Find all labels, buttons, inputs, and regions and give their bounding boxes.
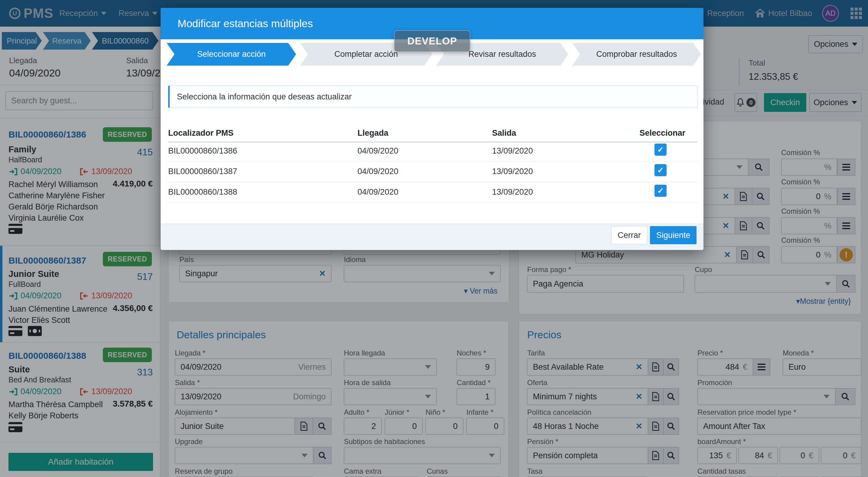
wizard-step-1[interactable]: Seleccionar acción xyxy=(167,43,296,66)
table-row-locator: BIL00000860/1388 xyxy=(168,187,237,197)
divider xyxy=(168,182,698,182)
col-header-select: Seleccionar xyxy=(610,128,685,138)
row-select-checkbox[interactable] xyxy=(654,144,666,156)
row-select-checkbox[interactable] xyxy=(654,164,666,176)
table-row-arrival: 04/09/2020 xyxy=(358,187,398,197)
divider xyxy=(168,161,698,162)
instruction-box: Selecciona la información que deseas act… xyxy=(168,86,698,108)
row-select-checkbox[interactable] xyxy=(654,185,666,197)
pms-app: U PMS Recepción Reserva Reception Hotel … xyxy=(0,0,868,477)
table-row-locator: BIL00000860/1387 xyxy=(168,167,237,176)
table-row-arrival: 04/09/2020 xyxy=(358,146,398,156)
col-header-locator: Localizador PMS xyxy=(168,128,234,138)
table-row-departure: 13/09/2020 xyxy=(492,146,533,156)
table-row-arrival: 04/09/2020 xyxy=(358,167,398,176)
close-button[interactable]: Cerrar xyxy=(611,226,647,244)
divider xyxy=(168,202,698,203)
table-row-departure: 13/09/2020 xyxy=(492,187,533,197)
table-row-locator: BIL00000860/1386 xyxy=(168,146,237,156)
divider xyxy=(168,142,698,142)
table-row-departure: 13/09/2020 xyxy=(492,167,533,176)
col-header-departure: Salida xyxy=(492,128,516,138)
develop-environment-badge: DEVELOP xyxy=(394,30,470,52)
modal-title: Modificar estancias múltiples xyxy=(178,18,313,30)
wizard-step-4[interactable]: Comprobar resultados xyxy=(572,43,701,66)
col-header-arrival: Llegada xyxy=(358,128,388,138)
next-button[interactable]: Siguiente xyxy=(650,226,696,244)
